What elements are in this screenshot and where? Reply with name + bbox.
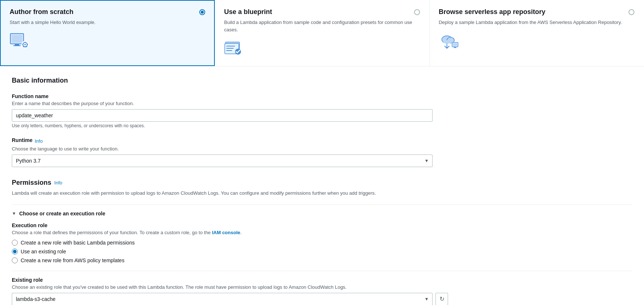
svg-rect-4 — [13, 45, 21, 46]
function-name-hint: Enter a name that describes the purpose … — [12, 101, 632, 106]
radio-option-new-role[interactable]: Create a new role with basic Lambda perm… — [12, 240, 632, 246]
radio-policy-template-label: Create a new role from AWS policy templa… — [21, 257, 124, 263]
radio-existing-role-label: Use an existing role — [21, 249, 66, 254]
svg-rect-28 — [453, 43, 457, 46]
svg-rect-29 — [454, 47, 456, 48]
role-select-wrapper: lambda-s3-cache lambda-basic-execution l… — [12, 293, 433, 305]
card-header-serverless: Browse serverless app repository — [439, 8, 634, 16]
radio-option-policy-template[interactable]: Create a new role from AWS policy templa… — [12, 257, 632, 263]
expandable-execution-role: ▼ Choose or create an execution role Exe… — [12, 204, 632, 305]
runtime-hint: Choose the language to use to write your… — [12, 146, 632, 152]
card-header-blueprint: Use a blueprint — [224, 8, 420, 16]
execution-role-group: Execution role Choose a role that define… — [12, 222, 632, 263]
function-name-validation: Use only letters, numbers, hyphens, or u… — [12, 123, 632, 128]
runtime-group: Runtime Info Choose the language to use … — [12, 137, 632, 167]
svg-rect-9 — [25, 46, 25, 48]
permissions-info-link[interactable]: Info — [54, 180, 62, 186]
radio-author[interactable] — [199, 9, 205, 15]
runtime-label: Runtime — [12, 137, 32, 143]
radio-new-role-label: Create a new role with basic Lambda perm… — [21, 240, 135, 246]
function-name-label: Function name — [12, 93, 632, 99]
svg-rect-2 — [12, 35, 22, 42]
card-serverless[interactable]: Browse serverless app repository Deploy … — [430, 0, 644, 66]
execution-role-title: Execution role — [12, 222, 632, 228]
basic-information-section: Basic information Function name Enter a … — [12, 77, 632, 167]
svg-rect-11 — [27, 44, 28, 45]
author-icon — [10, 32, 205, 51]
svg-point-7 — [24, 44, 26, 45]
card-title-blueprint: Use a blueprint — [224, 8, 272, 16]
runtime-label-row: Runtime Info — [12, 137, 632, 145]
existing-role-section: Existing role Choose an existing role th… — [12, 271, 632, 305]
iam-console-link[interactable]: IAM console — [212, 230, 240, 235]
permissions-header: Permissions Info — [12, 179, 632, 187]
serverless-icon — [439, 32, 634, 51]
svg-rect-25 — [443, 42, 454, 42]
execution-role-hint: Choose a role that defines the permissio… — [12, 230, 632, 235]
svg-rect-20 — [226, 50, 232, 51]
basic-info-title: Basic information — [12, 77, 632, 84]
execution-role-radio-group: Create a new role with basic Lambda perm… — [12, 240, 632, 263]
function-name-group: Function name Enter a name that describe… — [12, 93, 632, 128]
radio-existing-role[interactable] — [12, 249, 18, 254]
svg-rect-10 — [22, 44, 24, 45]
permissions-description: Lambda will create an execution role wit… — [12, 190, 632, 197]
runtime-info-link[interactable]: Info — [35, 138, 43, 144]
card-desc-author: Start with a simple Hello World example. — [10, 19, 205, 26]
card-title-serverless: Browse serverless app repository — [439, 8, 545, 16]
radio-new-role[interactable] — [12, 240, 18, 246]
radio-policy-template[interactable] — [12, 257, 18, 263]
card-header-author: Author from scratch — [10, 8, 205, 16]
page-container: Author from scratch Start with a simple … — [0, 0, 644, 305]
function-name-input[interactable] — [12, 109, 433, 122]
card-title-author: Author from scratch — [10, 8, 73, 16]
role-select-row: lambda-s3-cache lambda-basic-execution l… — [12, 293, 632, 305]
existing-role-select[interactable]: lambda-s3-cache lambda-basic-execution l… — [12, 293, 433, 305]
permissions-title: Permissions — [12, 179, 51, 187]
svg-rect-18 — [226, 46, 235, 46]
refresh-icon: ↻ — [440, 295, 444, 302]
radio-serverless[interactable] — [628, 9, 634, 15]
refresh-role-button[interactable]: ↻ — [435, 293, 448, 305]
card-desc-blueprint: Build a Lambda application from sample c… — [224, 19, 420, 33]
svg-rect-3 — [15, 44, 19, 45]
execution-role-hint-suffix: . — [240, 230, 242, 235]
expand-chevron-icon: ▼ — [12, 211, 16, 216]
expandable-title: Choose or create an execution role — [19, 211, 105, 216]
existing-role-title: Existing role — [12, 277, 632, 283]
card-blueprint[interactable]: Use a blueprint Build a Lambda applicati… — [215, 0, 429, 66]
radio-blueprint[interactable] — [414, 9, 420, 15]
existing-role-hint: Choose an existing role that you've crea… — [12, 284, 632, 290]
svg-rect-19 — [226, 48, 234, 49]
card-author-from-scratch[interactable]: Author from scratch Start with a simple … — [0, 0, 215, 66]
card-desc-serverless: Deploy a sample Lambda application from … — [439, 19, 634, 26]
svg-rect-8 — [25, 42, 25, 43]
runtime-select-wrapper: Python 3.7 Python 3.8 Python 3.9 Node.js… — [12, 155, 433, 167]
blueprint-icon — [224, 39, 420, 58]
svg-rect-30 — [454, 48, 457, 48]
creation-methods: Author from scratch Start with a simple … — [0, 0, 644, 66]
main-content: Basic information Function name Enter a … — [0, 66, 644, 305]
runtime-select[interactable]: Python 3.7 Python 3.8 Python 3.9 Node.js… — [12, 155, 433, 167]
execution-role-hint-prefix: Choose a role that defines the permissio… — [12, 230, 212, 235]
expandable-header[interactable]: ▼ Choose or create an execution role — [12, 211, 632, 216]
permissions-section: Permissions Info Lambda will create an e… — [12, 179, 632, 305]
radio-option-existing-role[interactable]: Use an existing role — [12, 249, 632, 254]
